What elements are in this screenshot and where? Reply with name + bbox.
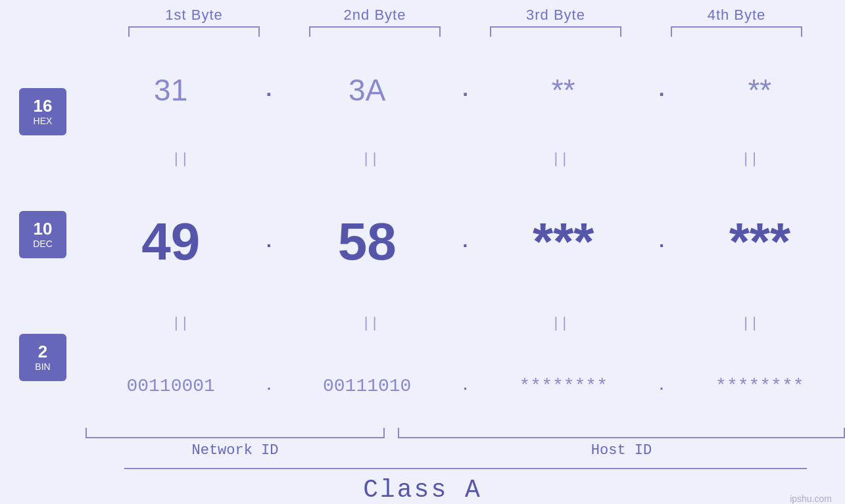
host-id-label: Host ID — [398, 440, 845, 459]
class-label-row: Class A ipshu.com — [0, 476, 845, 504]
bracket-byte2 — [309, 26, 441, 37]
hex-b2: 3A — [288, 72, 446, 108]
byte-headers: 1st Byte 2nd Byte 3rd Byte 4th Byte — [104, 7, 827, 24]
byte2-header: 2nd Byte — [296, 7, 454, 24]
bracket-byte3 — [490, 26, 621, 37]
rows-area: 31 . 3A . ** . ** || || || || — [85, 43, 845, 425]
id-brackets — [85, 428, 845, 438]
dec-dot2: . — [458, 232, 471, 252]
sep1-b2: || — [291, 152, 449, 167]
dec-badge: 10 DEC — [19, 211, 66, 258]
dec-b2: 58 — [288, 212, 446, 272]
bracket-byte1 — [128, 26, 260, 37]
sep-row-1: || || || || — [85, 152, 845, 167]
hex-badge: 16 HEX — [19, 88, 66, 135]
dec-b1: 49 — [92, 212, 250, 272]
bin-b4: ******** — [681, 376, 838, 396]
main-container: 1st Byte 2nd Byte 3rd Byte 4th Byte 16 H… — [0, 0, 845, 504]
sep2-b4: || — [671, 317, 829, 331]
id-labels: Network ID Host ID — [85, 440, 845, 459]
hex-dot3: . — [655, 78, 668, 103]
class-bar — [124, 468, 807, 469]
sep1-b4: || — [671, 152, 829, 167]
top-bracket-row — [104, 26, 827, 37]
dec-dot3: . — [655, 232, 668, 252]
sep1-b3: || — [481, 152, 639, 167]
bin-dot1: . — [262, 378, 276, 394]
network-id-label: Network ID — [85, 440, 385, 459]
sep2-b3: || — [481, 317, 639, 331]
dec-row: 49 . 58 . *** . *** — [85, 212, 845, 272]
byte1-header: 1st Byte — [115, 7, 273, 24]
id-bracket-area: Network ID Host ID — [85, 428, 845, 459]
byte4-header: 4th Byte — [658, 7, 815, 24]
hex-b1: 31 — [92, 72, 250, 108]
hex-b4: ** — [681, 72, 838, 108]
bin-badge: 2 BIN — [19, 334, 66, 381]
hex-row: 31 . 3A . ** . ** — [85, 72, 845, 108]
sep1-b1: || — [101, 152, 259, 167]
base-labels: 16 HEX 10 DEC 2 BIN — [0, 43, 85, 425]
dec-b4: *** — [681, 212, 838, 272]
bin-b1: 00110001 — [92, 376, 250, 396]
sep2-b1: || — [101, 317, 259, 331]
sep-row-2: || || || || — [85, 317, 845, 331]
bin-b3: ******** — [485, 376, 642, 396]
watermark: ipshu.com — [790, 493, 832, 504]
bin-b2: 00111010 — [288, 376, 446, 396]
hex-dot1: . — [262, 78, 276, 103]
bin-dot3: . — [655, 378, 668, 394]
network-bracket — [85, 428, 385, 438]
host-bracket — [398, 428, 845, 438]
hex-b3: ** — [485, 72, 642, 108]
dec-dot1: . — [262, 232, 276, 252]
byte3-header: 3rd Byte — [477, 7, 635, 24]
bin-dot2: . — [458, 378, 471, 394]
content-area: 16 HEX 10 DEC 2 BIN 31 . 3A — [0, 43, 845, 425]
hex-dot2: . — [458, 78, 471, 103]
bin-row: 00110001 . 00111010 . ******** . *******… — [85, 376, 845, 396]
class-label: Class A — [363, 476, 482, 504]
bracket-byte4 — [671, 26, 802, 37]
dec-b3: *** — [485, 212, 642, 272]
sep2-b2: || — [291, 317, 449, 331]
